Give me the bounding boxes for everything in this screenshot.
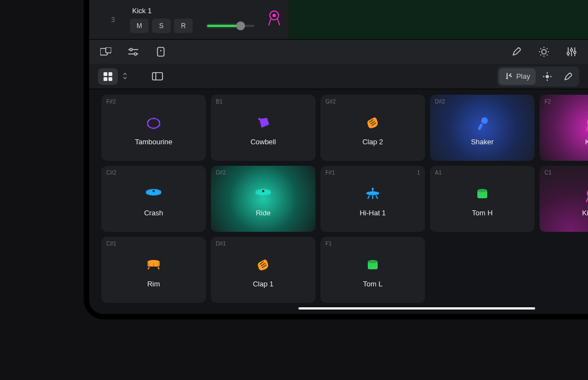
drum-pad[interactable]: G#2Clap 2 (320, 95, 425, 161)
msr-buttons: M S R (130, 19, 193, 33)
grid-view-button[interactable] (98, 68, 118, 85)
editor-toolbar (89, 40, 588, 64)
pad-label: Tom L (320, 280, 425, 288)
svg-point-24 (574, 51, 576, 53)
svg-point-74 (368, 260, 378, 263)
view-more-icon[interactable] (121, 68, 129, 84)
track-number: 3 (111, 16, 115, 24)
pad-label: Hi-Hat 1 (320, 209, 425, 217)
controller-icon[interactable] (153, 44, 168, 59)
cowbell-icon (256, 117, 270, 130)
pad-label: Shaker (430, 138, 535, 146)
pad-note-label: F2 (545, 99, 551, 105)
svg-point-71 (148, 260, 160, 263)
track-header[interactable]: 3 Kick 1 M S R (89, 0, 320, 40)
svg-rect-31 (153, 73, 162, 80)
drum-pad[interactable]: F1Tom L (320, 237, 425, 303)
svg-point-22 (570, 49, 573, 51)
svg-point-10 (542, 50, 546, 54)
pencil-icon[interactable] (509, 44, 524, 59)
pad-grid: F#2TambourineB1CowbellG#2Clap 2D#2Shaker… (101, 95, 588, 303)
svg-point-36 (547, 79, 548, 80)
pad-note-label: C#1 (106, 241, 116, 247)
svg-line-15 (541, 48, 542, 50)
pad-note-label: C1 (545, 170, 552, 176)
pad-label: Kick 1 (540, 209, 588, 217)
solo-button[interactable]: S (152, 19, 171, 33)
cymbal-icon (145, 188, 162, 197)
tom-icon (475, 188, 489, 201)
library-icon[interactable] (98, 44, 113, 59)
svg-line-18 (547, 48, 548, 50)
svg-point-44 (147, 124, 149, 126)
volume-slider[interactable] (207, 22, 254, 30)
play-button[interactable]: Play (499, 68, 536, 85)
pad-note-label: D#1 (216, 241, 226, 247)
pad-note-label: B1 (216, 99, 222, 105)
mute-button[interactable]: M (130, 19, 149, 33)
volume-knob[interactable] (236, 21, 245, 30)
volume-fill (207, 25, 239, 27)
play-label: Play (516, 72, 530, 80)
pad-note-label: A1 (435, 170, 442, 176)
pad-badge: 1 (417, 170, 420, 176)
pad-note-label: F#2 (106, 99, 116, 105)
pad-label: Ride (211, 209, 315, 217)
svg-rect-27 (104, 77, 107, 81)
edit-mode-button[interactable] (559, 68, 578, 85)
svg-point-65 (477, 189, 487, 192)
drum-pad[interactable]: B1Cowbell (211, 95, 315, 161)
svg-point-1 (273, 14, 275, 16)
svg-point-41 (153, 127, 154, 129)
sidebar-toggle-button[interactable] (150, 69, 165, 84)
drum-pad[interactable]: C#1Rim (101, 237, 206, 303)
svg-line-16 (547, 55, 548, 56)
svg-point-62 (372, 188, 374, 190)
pad-note-label: F1 (325, 241, 332, 247)
track-name[interactable]: Kick 1 (132, 7, 151, 15)
pad-label: Tambourine (101, 138, 206, 146)
svg-point-56 (153, 190, 155, 192)
faders-icon[interactable] (564, 44, 579, 59)
kick-icon (584, 117, 588, 132)
svg-point-39 (148, 118, 160, 128)
svg-point-42 (147, 120, 149, 122)
svg-point-9 (160, 50, 161, 51)
svg-point-34 (546, 75, 549, 78)
tambourine-icon (145, 117, 162, 130)
pad-note-label: D#2 (216, 170, 226, 176)
drum-pad[interactable]: F#2Tambourine (101, 95, 206, 161)
svg-point-38 (550, 75, 551, 77)
svg-point-43 (158, 120, 160, 122)
pad-label: Cowbell (211, 138, 315, 146)
app-screen: 3 Kick 1 M S R (84, 0, 588, 319)
drum-pad[interactable]: C1Kick 1 (540, 166, 588, 232)
pad-note-label: G#2 (325, 99, 336, 105)
drum-pad[interactable]: A1Tom H (430, 166, 535, 232)
pad-note-label: C#2 (106, 170, 116, 176)
record-button[interactable]: R (174, 19, 193, 33)
play-mode-segment: Play (497, 67, 579, 86)
pad-toolbar: Play (89, 64, 588, 89)
svg-point-46 (258, 118, 260, 120)
svg-point-33 (506, 77, 508, 79)
svg-rect-25 (104, 72, 107, 76)
pad-label: Clap 2 (320, 138, 425, 146)
drum-pad[interactable]: D#2Shaker (430, 95, 535, 161)
brightness-icon[interactable] (536, 44, 552, 59)
svg-point-60 (366, 192, 379, 196)
cymbal-icon (254, 188, 272, 197)
view-toggle (98, 68, 129, 85)
svg-point-37 (543, 75, 544, 77)
shaker-icon (476, 117, 488, 131)
drum-pad[interactable]: D#2Ride (211, 166, 315, 232)
drum-pad[interactable]: D#1Clap 1 (211, 237, 315, 303)
drum-pad[interactable]: F2Kick (540, 95, 588, 161)
repeat-mode-button[interactable] (537, 68, 557, 85)
pad-label: Kick (540, 138, 588, 146)
drum-pad[interactable]: F#11Hi-Hat 1 (320, 166, 425, 232)
horizontal-scroll-indicator[interactable] (298, 307, 535, 310)
track-instrument-icon (266, 10, 282, 29)
mixer-icon[interactable] (126, 44, 141, 59)
drum-pad[interactable]: C#2Crash (101, 166, 206, 232)
